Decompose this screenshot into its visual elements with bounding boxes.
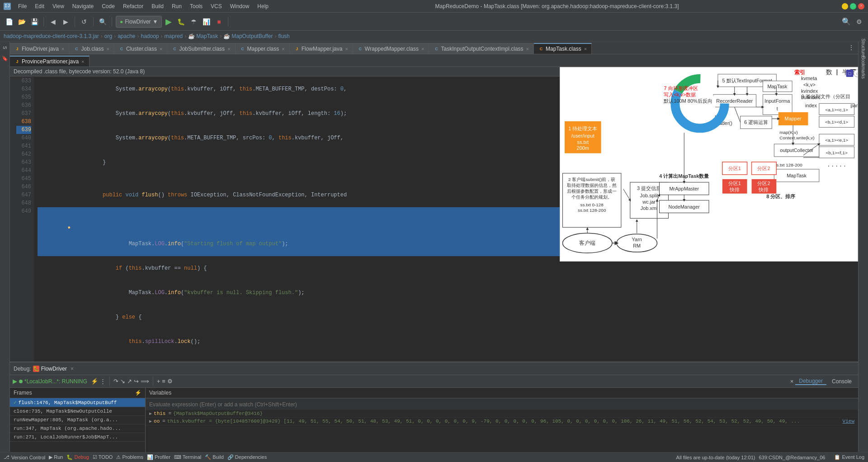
tab-close-taskinput[interactable]: × (526, 46, 529, 52)
menu-tools[interactable]: Tools (186, 2, 206, 10)
profile-run-button[interactable]: 📊 (201, 16, 212, 27)
settings-debug-button[interactable]: ⚙ (167, 378, 173, 385)
tab-jobsubmitter[interactable]: C JobSubmitter.class × (167, 43, 235, 54)
minimize-button[interactable]: − (842, 3, 848, 10)
debugger-tab[interactable]: Debugger (795, 378, 826, 385)
tab-close-flowmapper[interactable]: × (345, 46, 348, 52)
sort-button[interactable]: ≡ (162, 378, 165, 385)
tab-close-maptask[interactable]: × (584, 46, 587, 52)
dependencies-btn[interactable]: 🔗 Dependencies (227, 454, 267, 460)
tab-flowdriver[interactable]: J FlowDriver.java × (10, 43, 69, 54)
back-button[interactable]: ◀ (47, 16, 58, 27)
menu-refactor[interactable]: Refactor (119, 2, 147, 10)
add-watch-button[interactable]: + (157, 378, 160, 385)
menu-navigate[interactable]: Navigate (69, 2, 97, 10)
debug-more-button[interactable]: ⋮ (100, 378, 106, 385)
tab-taskinput[interactable]: C TaskInputOutputContextImpl.class × (429, 43, 534, 54)
menu-run[interactable]: Run (168, 2, 185, 10)
bc-mapoutputbuffer[interactable]: MapOutputBuffer (231, 33, 273, 39)
expand-icon-this[interactable]: ▶ (149, 411, 152, 416)
debug-session-close[interactable]: × (71, 366, 74, 372)
debug-filter-button[interactable]: ⚡ (91, 378, 98, 385)
close-debug-button[interactable]: × (790, 378, 794, 385)
var-row-kvbuffer[interactable]: ▶ oo = this.kvbuffer = {byte[104857600]@… (146, 418, 858, 425)
frame-item-run271[interactable]: run:271, LocalJobRunner$Job$MapT... (10, 433, 145, 442)
bc-flush[interactable]: flush (278, 33, 289, 39)
watch-expression-input[interactable] (149, 401, 854, 408)
bookmarks-right-icon[interactable]: Bookmarks (859, 63, 868, 71)
tab-mapper[interactable]: C Mapper.class × (236, 43, 290, 54)
settings-button[interactable]: ⚙ (854, 16, 864, 27)
menu-view[interactable]: View (49, 2, 68, 10)
tab-cluster[interactable]: C Cluster.class × (114, 43, 167, 54)
new-file-button[interactable]: 📄 (4, 16, 14, 27)
profiler-btn[interactable]: 📊 Profiler (147, 454, 170, 460)
var-row-this[interactable]: ▶ this = {MapTask$MapOutputBuffer@3416} (146, 410, 858, 418)
run-profile-selector[interactable]: ● FlowDriver ▼ (116, 16, 162, 28)
tab-job[interactable]: C Job.class × (69, 43, 114, 54)
debug-btn-status[interactable]: 🐛 Debug (66, 454, 89, 460)
todo-btn[interactable]: ☑ TODO (93, 454, 113, 460)
evaluate-button[interactable]: ⟹ (141, 378, 149, 385)
terminal-btn[interactable]: ⌨ Terminal (174, 454, 201, 460)
problems-btn[interactable]: ⚠ Problems (116, 454, 143, 460)
frames-filter-icon[interactable]: ⚡ (135, 390, 142, 396)
bc-org[interactable]: org (104, 33, 112, 39)
bc-mapred[interactable]: mapred (165, 33, 183, 39)
undo-button[interactable]: ↺ (79, 16, 90, 27)
debug-resume-button[interactable]: ▶ (13, 378, 17, 385)
structure-icon[interactable]: S (1, 43, 9, 52)
version-control-btn[interactable]: ⎇ Version Control (4, 454, 45, 460)
expand-icon-kvbuffer[interactable]: ▶ (149, 419, 152, 424)
bookmarks-icon[interactable]: 🔖 (1, 54, 9, 62)
frame-item-close[interactable]: close:735, MapTask$NewOutputColle (10, 407, 145, 416)
step-into-button[interactable]: ↘ (120, 378, 125, 385)
bc-hadoop[interactable]: hadoop (141, 33, 159, 39)
debug-button[interactable]: 🐛 (175, 16, 186, 27)
menu-code[interactable]: Code (98, 2, 118, 10)
bc-maptask[interactable]: MapTask (196, 33, 218, 39)
run-btn-status[interactable]: ▶ Run (49, 454, 63, 460)
navigate-button[interactable]: 🔍 (97, 16, 108, 27)
stop-button[interactable]: ■ (213, 16, 224, 27)
tab-wrappedmapper[interactable]: C WrappedMapper.class × (353, 43, 429, 54)
tab-close-jobsubmitter[interactable]: × (227, 46, 230, 52)
save-button[interactable]: 💾 (29, 16, 40, 27)
forward-button[interactable]: ▶ (60, 16, 71, 27)
structure-right-icon[interactable]: Structure (859, 43, 868, 52)
menu-vcs[interactable]: VCS (207, 2, 226, 10)
var-view-kvbuffer[interactable]: View (843, 419, 854, 424)
tab-close-provincepartitioner[interactable]: × (81, 59, 84, 64)
coverage-button[interactable]: ☂ (188, 16, 199, 27)
tab-close-wrappedmapper[interactable]: × (421, 46, 424, 52)
tab-maptask[interactable]: C MapTask.class × (534, 43, 592, 54)
menu-edit[interactable]: Edit (31, 2, 48, 10)
close-button[interactable]: × (858, 3, 864, 10)
step-out-button[interactable]: ↗ (127, 378, 132, 385)
tab-close-cluster[interactable]: × (160, 46, 162, 52)
event-log-btn[interactable]: 📋 Event Log (834, 454, 864, 460)
frame-item-flush[interactable]: ✓ flush:1476, MapTask$MapOutputBuff (10, 398, 145, 407)
run-to-cursor-button[interactable]: ↪ (134, 378, 139, 385)
maximize-button[interactable]: □ (850, 3, 856, 10)
menu-build[interactable]: Build (148, 2, 167, 10)
tab-flowmapper[interactable]: J FlowMapper.java × (290, 43, 353, 54)
run-button[interactable]: ▶ (164, 17, 174, 27)
step-over-button[interactable]: ↷ (113, 378, 118, 385)
menu-window[interactable]: Window (226, 2, 253, 10)
console-tab[interactable]: Console (828, 378, 855, 385)
search-everywhere-button[interactable]: 🔍 (841, 16, 852, 27)
tab-close-flowdriver[interactable]: × (61, 46, 64, 52)
build-btn[interactable]: 🔨 Build (205, 454, 224, 460)
debug-session-name[interactable]: FlowDriver (41, 366, 67, 372)
bc-jar[interactable]: hadoop-mapreduce-client-core-3.1.3.jar (4, 33, 99, 39)
tab-close-mapper[interactable]: × (282, 46, 284, 52)
tab-close-job[interactable]: × (107, 46, 109, 52)
tab-provincepartitioner[interactable]: J ProvincePartitioner.java × (10, 56, 90, 67)
frame-item-runnewmapper[interactable]: runNewMapper:805, MapTask (org.a... (10, 416, 145, 424)
open-button[interactable]: 📂 (16, 16, 27, 27)
tab-more-button[interactable]: ⋮ (844, 42, 858, 54)
frame-item-run347[interactable]: run:347, MapTask (org.apache.hado... (10, 424, 145, 433)
bc-apache[interactable]: apache (118, 33, 135, 39)
menu-file[interactable]: File (14, 2, 30, 10)
